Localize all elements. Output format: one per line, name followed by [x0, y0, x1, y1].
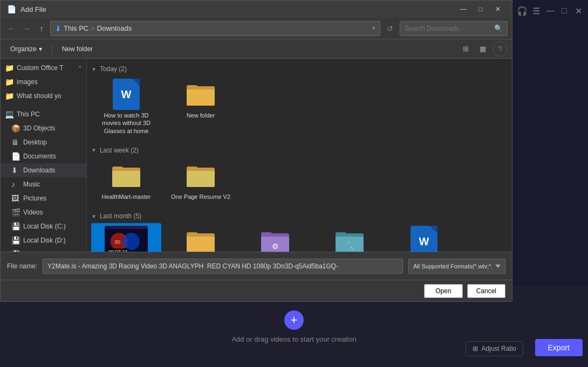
minimize-app-icon[interactable]: —	[545, 3, 556, 18]
group-lastmonth-header[interactable]: ▼ Last month (5)	[91, 210, 508, 223]
music-icon: ♪	[11, 180, 20, 189]
group-today-grid: W How to watch 3D movies without 3D Glas…	[91, 76, 508, 144]
word-icon: W	[113, 79, 140, 110]
sidebar-item-this-pc[interactable]: 💻 This PC	[1, 107, 86, 121]
view-toggle-button-2[interactable]: ▦	[475, 41, 490, 57]
file-item-y2mate[interactable]: 3D 00:03:24 Y2Mate.is - Amazing 3D Racin…	[91, 223, 161, 252]
search-box: 🔍	[400, 21, 508, 36]
filename-input[interactable]	[43, 259, 403, 274]
menu-icon[interactable]: ☰	[531, 3, 542, 18]
sidebar-item-3d-objects[interactable]: 📦 3D Objects	[1, 121, 86, 135]
file-item-drivers[interactable]: 🔧 Drivers	[314, 223, 385, 252]
file-name-one-page-resume: One Page Resume V2	[171, 193, 230, 200]
toolbar-right: ⊞ ▦ ?	[458, 41, 508, 57]
adjust-ratio-icon: ⊞	[473, 345, 478, 352]
dialog-close-button[interactable]: ✕	[490, 4, 505, 15]
sidebar-label-what-should: What should yo	[17, 92, 82, 100]
file-item-laravel[interactable]: laravel-form-master	[166, 223, 236, 252]
add-video-button[interactable]: +	[284, 310, 304, 330]
video-thumb-container: 3D 00:03:24	[105, 226, 148, 252]
sidebar-item-what-should[interactable]: 📁 What should yo	[1, 89, 86, 103]
toolbar-separator	[52, 44, 52, 54]
sidebar-label-downloads: Downloads	[23, 167, 82, 174]
file-thumb-setups: ⚙	[254, 226, 297, 252]
group-lastweek-label: Last week (2)	[100, 147, 139, 154]
file-item-how-to-watch[interactable]: W How to watch 3D movies without 3D Glas…	[91, 76, 161, 138]
sidebar-item-local-c[interactable]: 💾 Local Disk (C:)	[1, 219, 86, 233]
video-duration: 00:03:24	[107, 248, 129, 252]
downloads-icon: ⬇	[11, 166, 20, 175]
sidebar-label-pictures: Pictures	[23, 195, 82, 202]
sidebar-label-custom-office: Custom Office T	[17, 64, 74, 72]
path-separator-1: >	[91, 24, 95, 32]
organize-button[interactable]: Organize ▾	[5, 43, 47, 55]
file-thumb-how-to-watch: W	[105, 79, 148, 109]
adjust-ratio-button[interactable]: ⊞ Adjust Ratio	[466, 341, 523, 356]
file-item-healthmart[interactable]: HealthMart-master	[91, 157, 161, 204]
file-item-acm[interactable]: W ACM	[389, 223, 459, 252]
close-app-icon[interactable]: ✕	[573, 3, 584, 18]
acm-doc-icon: W	[411, 226, 437, 252]
file-name-healthmart: HealthMart-master	[101, 193, 151, 200]
export-button[interactable]: Export	[535, 339, 583, 356]
content-area: 📁 Custom Office T ⌃ 📁 images 📁 What shou…	[1, 59, 512, 252]
dialog-title-bar: 📄 Add File — □ ✕	[1, 1, 512, 18]
folder-images-icon: 📁	[5, 78, 13, 86]
open-button[interactable]: Open	[424, 284, 462, 298]
drivers-inner-icon: 🔧	[345, 242, 354, 251]
search-icon: 🔍	[494, 24, 503, 32]
search-input[interactable]	[405, 25, 491, 32]
organize-arrow-icon: ▾	[39, 45, 42, 53]
sidebar-item-local-e[interactable]: 💾 Local Disk (E:)	[1, 247, 86, 252]
file-list: ▼ Today (2) W How to watch 3D movies wit…	[87, 59, 512, 252]
sidebar-label-local-d: Local Disk (D:)	[23, 237, 82, 244]
headset-icon[interactable]: 🎧	[517, 3, 528, 18]
maximize-app-icon[interactable]: □	[559, 3, 570, 18]
sidebar-item-images[interactable]: 📁 images	[1, 75, 86, 89]
desktop-icon: 🖥	[11, 138, 20, 147]
setups-inner-icon: ⚙	[272, 242, 279, 251]
new-folder-button[interactable]: New folder	[57, 43, 98, 55]
sidebar-item-desktop[interactable]: 🖥 Desktop	[1, 135, 86, 149]
group-lastweek-grid: HealthMart-master One Page Resume V2	[91, 157, 508, 210]
folder-icon: 📁	[5, 64, 13, 72]
file-item-new-folder[interactable]: New folder	[166, 76, 236, 138]
sidebar-item-downloads[interactable]: ⬇ Downloads	[1, 163, 86, 177]
file-thumb-new-folder	[179, 79, 222, 109]
app-right-panel: 🎧 ☰ — □ ✕	[512, 0, 588, 302]
group-lastweek-header[interactable]: ▼ Last week (2)	[91, 144, 508, 157]
sidebar-item-videos[interactable]: 🎬 Videos	[1, 205, 86, 219]
sidebar-section-this-pc	[1, 103, 86, 107]
dialog-maximize-button[interactable]: □	[473, 4, 488, 15]
sidebar: 📁 Custom Office T ⌃ 📁 images 📁 What shou…	[1, 59, 87, 252]
sidebar-item-pictures[interactable]: 🖼 Pictures	[1, 191, 86, 205]
file-thumb-y2mate: 3D 00:03:24	[105, 226, 148, 252]
path-dropdown-icon[interactable]: ▾	[372, 25, 375, 32]
forward-button[interactable]: →	[20, 22, 33, 35]
file-item-one-page-resume[interactable]: One Page Resume V2	[166, 157, 236, 204]
file-item-setups[interactable]: ⚙ Setups	[240, 223, 310, 252]
action-bar: Open Cancel	[1, 280, 512, 301]
address-path[interactable]: ⬇ This PC > Downloads ▾	[50, 21, 380, 36]
file-name-how-to-watch: How to watch 3D movies without 3D Glasse…	[94, 112, 158, 135]
file-thumb-drivers: 🔧	[328, 226, 371, 252]
folder-thumb-one-page	[187, 164, 215, 187]
view-toggle-button[interactable]: ⊞	[458, 41, 473, 57]
filetype-select[interactable]: All Supported Formats(*.wtv;*.c All File…	[408, 259, 505, 274]
sidebar-item-documents[interactable]: 📄 Documents	[1, 149, 86, 163]
up-button[interactable]: ↑	[35, 22, 48, 35]
pictures-icon: 🖼	[11, 194, 20, 203]
help-button[interactable]: ?	[493, 41, 508, 57]
dialog-minimize-button[interactable]: —	[456, 4, 471, 15]
sidebar-item-custom-office[interactable]: 📁 Custom Office T ⌃	[1, 61, 86, 75]
local-c-icon: 💾	[11, 222, 20, 231]
dialog-toolbar: Organize ▾ New folder ⊞ ▦ ?	[1, 39, 512, 59]
cancel-button[interactable]: Cancel	[467, 284, 505, 298]
file-dialog: 📄 Add File — □ ✕ ← → ↑ ⬇ This PC > Downl…	[0, 0, 512, 302]
group-today-header[interactable]: ▼ Today (2)	[91, 63, 508, 76]
sidebar-item-local-d[interactable]: 💾 Local Disk (D:)	[1, 233, 86, 247]
refresh-button[interactable]: ↺	[382, 21, 398, 36]
back-button[interactable]: ←	[5, 22, 18, 35]
group-lastmonth-grid: 3D 00:03:24 Y2Mate.is - Amazing 3D Racin…	[91, 223, 508, 252]
sidebar-item-music[interactable]: ♪ Music	[1, 177, 86, 191]
